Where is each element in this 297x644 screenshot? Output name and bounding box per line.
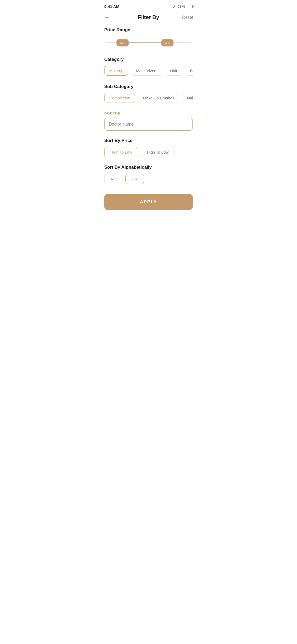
bluetooth-icon: ✗: [173, 4, 176, 8]
category-tag-bath-body[interactable]: Bath & Body: [185, 66, 193, 76]
doctor-name-input[interactable]: [109, 122, 188, 127]
sub-category-tag-complexion[interactable]: Complexion: [104, 93, 135, 103]
price-range-section: Price Range $20 $80: [104, 27, 193, 49]
sort-alpha-a-z[interactable]: A-Z: [104, 174, 123, 184]
category-tag-moisturizers[interactable]: Moisturizers: [131, 66, 162, 76]
sort-price-high-to-low-inactive[interactable]: High To Low: [141, 147, 175, 157]
sort-by-price-label: Sort By Price: [104, 138, 193, 143]
category-section: Category Makeup Moisturizers Hair Bath &…: [104, 57, 193, 77]
slider-max-thumb[interactable]: $80: [162, 39, 174, 47]
status-time: 9:41 AM: [104, 4, 119, 9]
sub-category-tags: Complexion Make Up Brushes Nails Alterna: [104, 93, 193, 104]
sub-category-tag-nails[interactable]: Nails: [182, 93, 193, 103]
status-bar: 9:41 AM ✗ 58 %: [99, 0, 198, 12]
category-label: Category: [104, 57, 193, 62]
sort-alpha-z-a[interactable]: Z-A: [125, 174, 144, 184]
category-tag-makeup[interactable]: Makeup: [104, 66, 128, 76]
sub-category-label: Sub Category: [104, 84, 193, 89]
category-tags: Makeup Moisturizers Hair Bath & Body: [104, 66, 193, 77]
doctor-input-wrapper: [104, 118, 193, 131]
page-title: Filter By: [115, 14, 182, 20]
sort-alphabetically-label: Sort By Alphabetically: [104, 165, 193, 170]
header: ← Filter By Reset: [99, 12, 198, 25]
sort-price-high-to-low-active[interactable]: High To Low: [104, 147, 138, 157]
sub-category-tag-makeup-brushes[interactable]: Make Up Brushes: [138, 93, 179, 103]
apply-button[interactable]: APPLY: [104, 194, 193, 210]
category-tag-hair[interactable]: Hair: [165, 66, 182, 76]
sort-by-price-section: Sort By Price High To Low High To Low: [104, 138, 193, 157]
back-button[interactable]: ←: [104, 14, 115, 20]
battery-percent: 58 %: [177, 4, 185, 8]
sort-alpha-tags: A-Z Z-A: [104, 174, 193, 184]
price-slider[interactable]: $20 $80: [105, 36, 192, 49]
price-range-label: Price Range: [104, 27, 193, 33]
sub-category-section: Sub Category Complexion Make Up Brushes …: [104, 84, 193, 104]
sort-price-tags: High To Low High To Low: [104, 147, 193, 157]
battery-icon: [187, 5, 193, 8]
doctor-label: DOCTOR: [104, 111, 193, 115]
slider-min-thumb[interactable]: $20: [117, 39, 129, 47]
reset-button[interactable]: Reset: [182, 15, 193, 20]
doctor-section: DOCTOR: [104, 111, 193, 131]
sort-alphabetically-section: Sort By Alphabetically A-Z Z-A: [104, 165, 193, 184]
status-icons: ✗ 58 %: [173, 4, 193, 8]
filter-content: Price Range $20 $80 Category Makeup Mois…: [99, 25, 198, 218]
slider-fill: [122, 43, 167, 43]
